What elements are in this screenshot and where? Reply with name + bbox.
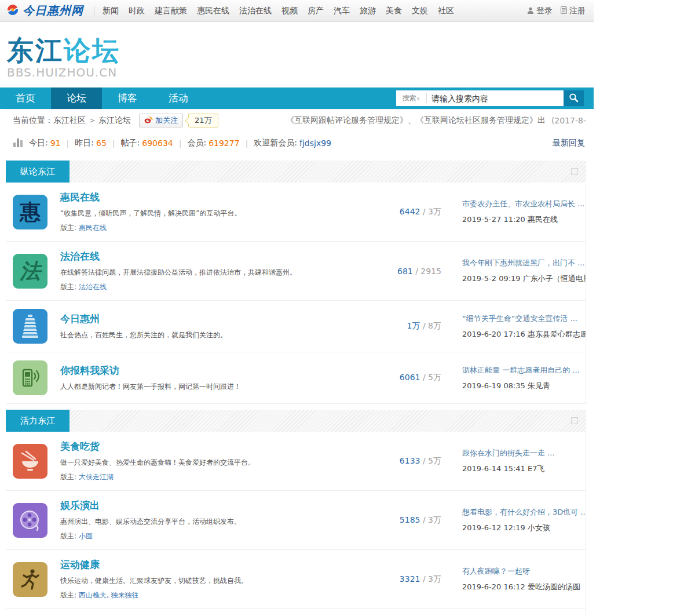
forum-icon-fazhi[interactable]: 法 (13, 254, 47, 289)
stat-members-label: 会员: (187, 138, 206, 148)
forum-stats: 6442 / 3万 (380, 207, 449, 217)
announcement-link[interactable]: 《互联网跟帖评论服务管理规定》、《互联网论坛社区服务管理规定》出 (286, 115, 546, 126)
forum-row-fazhi: 法 法治在线 在线解答法律问题，开展法律援助公益活动，推进依法治市，共建和谐惠州… (6, 242, 586, 301)
search-input[interactable] (427, 91, 564, 105)
nav-activity[interactable]: 活动 (153, 88, 204, 109)
stats-bar: 今日: 91 | 昨日: 65 | 帖子: 690634 | 会员: 61927… (6, 131, 586, 155)
stat-yesterday-value: 65 (96, 138, 107, 148)
last-post-time: 2019-6-20 16:12 (462, 582, 525, 591)
forum-row-jinrihuizhou: 今日惠州 社会热点，百姓民生，您所关注的，就是我们关注的。 1万 / 8万 “细… (6, 301, 586, 352)
top-nav-house[interactable]: 房产 (308, 6, 324, 16)
moderator-link[interactable]: 惠民在线 (79, 224, 107, 232)
forum-desc: 人人都是新闻记者！网友第一手报料，网记第一时间跟进！ (60, 382, 374, 392)
top-nav-suggest[interactable]: 建言献策 (155, 6, 187, 16)
forum-name-link[interactable]: 你报料我采访 (60, 365, 119, 376)
forum-name-link[interactable]: 娱乐演出 (60, 500, 100, 511)
last-post-link[interactable]: 市委农办主任、市农业农村局局长 ... (462, 199, 586, 209)
last-post-time: 2019-5-2 09:19 (462, 274, 521, 283)
newest-member-link[interactable]: fjdsjx99 (299, 138, 331, 148)
last-post-user[interactable]: 广东小子（恒通电脑） (523, 274, 586, 283)
forum-row-huimin: 惠 惠民在线 “收集民意，倾听民声，了解民情，解决民困”的互动平台。 版主: 惠… (6, 183, 586, 242)
forum-stats: 3321 / 3万 (380, 574, 449, 585)
forum-icon-runner[interactable] (13, 562, 47, 597)
site-logo[interactable]: 东江论坛 BBS.HUIZHOU.CN (7, 37, 120, 79)
top-nav-food[interactable]: 美食 (386, 6, 402, 16)
forum-icon-food[interactable] (13, 444, 47, 479)
last-post-user[interactable]: 爱吃汤圆的汤圆 (528, 582, 580, 591)
top-nav-politics[interactable]: 时政 (129, 6, 145, 16)
forum-stats: 6061 / 5万 (380, 373, 449, 383)
moderator-link[interactable]: 西山樵夫, 独来独往 (79, 591, 139, 599)
last-post-user[interactable]: 惠民在线 (528, 215, 558, 224)
top-nav-huimin[interactable]: 惠民在线 (197, 6, 229, 16)
top-nav-travel[interactable]: 旅游 (360, 6, 376, 16)
forum-name-link[interactable]: 惠民在线 (60, 191, 100, 203)
top-nav: 新闻 时政 建言献策 惠民在线 法治在线 视频 房产 汽车 旅游 美食 文娱 社… (103, 6, 454, 16)
divider (94, 6, 94, 16)
top-nav-video[interactable]: 视频 (281, 6, 298, 16)
section-collapse-icon[interactable] (571, 417, 578, 424)
forum-desc: 社会热点，百姓民生，您所关注的，就是我们关注的。 (60, 330, 374, 340)
bar-chart-icon (13, 137, 24, 149)
breadcrumb-community[interactable]: 东江社区 (53, 115, 86, 126)
forum-icon-phone[interactable] (13, 360, 47, 395)
nav-forum[interactable]: 论坛 (51, 88, 102, 109)
last-post-link[interactable]: “细节关乎生命”交通安全宣传活 ... (462, 314, 586, 324)
forum-name-link[interactable]: 运动健康 (60, 559, 100, 570)
forum-desc: 在线解答法律问题，开展法律援助公益活动，推进依法治市，共建和谐惠州。 (60, 268, 374, 278)
forum-name-link[interactable]: 法治在线 (60, 250, 100, 262)
nav-home[interactable]: 首页 (0, 88, 51, 109)
announcement-date: (2017-8- (551, 116, 586, 125)
section-title[interactable]: 纵论东江 (6, 161, 70, 183)
last-post-user[interactable]: 小女孩 (528, 523, 550, 532)
section-collapse-icon[interactable] (571, 168, 578, 175)
forum-desc: “收集民意，倾听民声，了解民情，解决民困”的互动平台。 (60, 209, 374, 218)
forum-name-link[interactable]: 美食吃货 (60, 440, 100, 452)
stat-posts-value: 690634 (142, 138, 173, 148)
forum-icon-film[interactable] (13, 503, 47, 538)
last-post-time: 2019-6-19 08:35 (462, 381, 525, 390)
forum-stats: 681 / 2915 (380, 267, 449, 276)
site-domain: BBS.HUIZHOU.CN (7, 65, 120, 79)
stat-yesterday-label: 昨日: (75, 138, 94, 148)
moderator-label: 版主: (60, 283, 76, 291)
top-nav-car[interactable]: 汽车 (334, 6, 350, 16)
nav-blog[interactable]: 博客 (102, 88, 153, 109)
register-link[interactable]: 注册 (561, 6, 586, 16)
top-nav-news[interactable]: 新闻 (103, 6, 119, 16)
moderator-link[interactable]: 法治在线 (79, 283, 107, 291)
breadcrumb: 当前位置： 东江社区 > 东江论坛 加关注 21万 《互联网跟帖评论服务管理规定… (6, 109, 586, 131)
moderator-label: 版主: (60, 224, 76, 232)
last-post-link[interactable]: 有人夜跑嘛？一起呀 (462, 566, 586, 577)
last-post-user[interactable]: 朱见青 (528, 381, 550, 390)
last-post-link[interactable]: 跟你在水门的街头走一走 ... (462, 448, 586, 458)
search-button[interactable] (564, 90, 584, 106)
moderator-link[interactable]: 小圆 (79, 532, 93, 540)
search-category-select[interactable]: 搜索∨ (396, 93, 426, 103)
moderator-link[interactable]: 大侠走江湖 (79, 473, 114, 481)
top-nav-community[interactable]: 社区 (438, 6, 454, 16)
top-nav-fazhi[interactable]: 法治在线 (239, 6, 272, 16)
last-post-link[interactable]: 想看电影，有什么好介绍，3D也可 ... (462, 507, 586, 517)
top-nav-culture[interactable]: 文娱 (412, 6, 428, 16)
section-title[interactable]: 活力东江 (6, 410, 70, 432)
forum-stats: 5185 / 3万 (380, 515, 449, 526)
forum-icon-huimin[interactable]: 惠 (13, 195, 47, 229)
forum-icon-pagoda[interactable] (13, 309, 47, 344)
last-post-link[interactable]: 我今年刚下惠州就进黑厂，出门不 ... (462, 258, 586, 268)
top-bar: 今日惠州网 新闻 时政 建言献策 惠民在线 法治在线 视频 房产 汽车 旅游 美… (0, 0, 594, 22)
forum-row-yundong: 运动健康 快乐运动，健康生活。汇聚球友驴友，切磋技艺，挑战自我。 版主: 西山樵… (6, 550, 586, 609)
runner-icon (19, 567, 42, 592)
moderator-label: 版主: (60, 473, 76, 481)
film-reel-icon (18, 508, 42, 533)
last-post-link[interactable]: 沥林正能量 一群志愿者用自己的 ... (462, 365, 586, 376)
breadcrumb-forum[interactable]: 东江论坛 (98, 115, 131, 126)
latest-reply-link[interactable]: 最新回复 (553, 138, 585, 148)
last-post-user[interactable]: E7飞 (528, 464, 545, 473)
weibo-follow-button[interactable]: 加关注 (139, 114, 183, 127)
login-link[interactable]: 登录 (527, 6, 553, 16)
content-wrap: 当前位置： 东江社区 > 东江论坛 加关注 21万 《互联网跟帖评论服务管理规定… (6, 109, 586, 616)
forum-name-link[interactable]: 今日惠州 (60, 313, 100, 325)
last-post-user[interactable]: 惠东县爱心群志愿者 (528, 330, 586, 338)
portal-logo[interactable]: 今日惠州网 (6, 3, 83, 19)
